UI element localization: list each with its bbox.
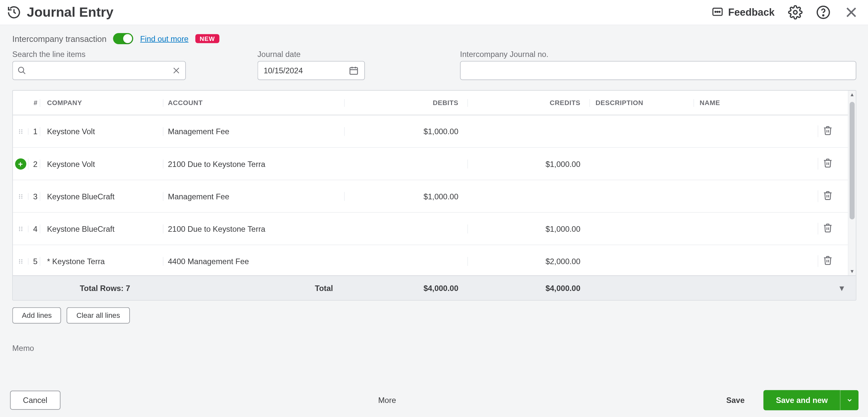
svg-point-1: [715, 11, 716, 12]
table-row[interactable]: 3Keystone BlueCraftManagement Fee$1,000.…: [13, 180, 856, 213]
table-row[interactable]: +2Keystone Volt2100 Due to Keystone Terr…: [13, 148, 856, 180]
svg-point-25: [19, 196, 20, 197]
calendar-icon[interactable]: [348, 65, 359, 76]
table-row[interactable]: 1Keystone VoltManagement Fee$1,000.00: [13, 115, 856, 148]
save-button[interactable]: Save: [714, 391, 757, 409]
search-input-wrap[interactable]: [12, 61, 186, 80]
gear-icon[interactable]: [788, 5, 803, 19]
row-account[interactable]: 2100 Due to Keystone Terra: [163, 159, 344, 168]
row-company[interactable]: Keystone Volt: [40, 127, 163, 136]
journal-no-input[interactable]: [460, 61, 857, 80]
feedback-button[interactable]: Feedback: [711, 6, 774, 19]
row-company[interactable]: Keystone BlueCraft: [40, 224, 163, 233]
drag-handle-icon[interactable]: [17, 258, 24, 265]
close-icon[interactable]: [844, 5, 859, 19]
col-name: NAME: [693, 99, 818, 107]
row-debit[interactable]: $1,000.00: [344, 192, 467, 201]
row-credit[interactable]: $1,000.00: [467, 224, 589, 233]
credit-total: $4,000.00: [467, 284, 589, 292]
scroll-thumb[interactable]: [850, 102, 855, 219]
total-label: Total: [163, 284, 344, 292]
svg-rect-13: [350, 67, 358, 74]
svg-point-23: [19, 194, 20, 195]
search-input[interactable]: [26, 66, 172, 75]
row-account[interactable]: 2100 Due to Keystone Terra: [163, 224, 344, 233]
more-link[interactable]: More: [378, 396, 396, 405]
search-label: Search the line items: [12, 50, 186, 59]
drag-handle-icon[interactable]: [17, 193, 24, 200]
svg-point-6: [823, 15, 824, 16]
trash-icon[interactable]: [823, 161, 833, 170]
intercompany-toggle[interactable]: [113, 33, 133, 44]
svg-point-31: [19, 228, 20, 229]
col-company: COMPANY: [40, 99, 163, 107]
intercompany-label: Intercompany transaction: [12, 34, 107, 43]
debit-total: $4,000.00: [344, 284, 467, 292]
add-row-badge[interactable]: +: [15, 158, 26, 169]
feedback-label: Feedback: [728, 6, 775, 18]
svg-point-24: [21, 194, 22, 195]
svg-point-34: [21, 230, 22, 231]
save-and-new-button[interactable]: Save and new: [764, 390, 840, 411]
total-rows-label: Total Rows: 7: [40, 284, 163, 292]
scroll-up-icon[interactable]: ▲: [850, 92, 855, 97]
help-icon[interactable]: [816, 5, 830, 19]
svg-point-2: [717, 11, 718, 12]
trash-icon[interactable]: [823, 258, 833, 267]
col-num: #: [29, 99, 40, 107]
feedback-icon: [711, 6, 724, 19]
row-credit[interactable]: $1,000.00: [467, 159, 589, 168]
row-account[interactable]: 4400 Management Fee: [163, 257, 344, 265]
row-num: 5: [29, 257, 40, 265]
date-label: Journal date: [257, 50, 365, 59]
row-company[interactable]: * Keystone Terra: [40, 257, 163, 265]
row-account[interactable]: Management Fee: [163, 192, 344, 201]
svg-point-19: [19, 130, 20, 131]
svg-point-29: [19, 227, 20, 228]
row-debit[interactable]: $1,000.00: [344, 127, 467, 136]
trash-icon[interactable]: [823, 128, 833, 137]
footer-bar: Cancel More Save Save and new: [0, 383, 868, 417]
journal-no-label: Intercompany Journal no.: [460, 50, 857, 59]
new-badge: NEW: [195, 34, 219, 43]
svg-point-3: [719, 11, 720, 12]
col-debits: DEBITS: [344, 99, 467, 107]
svg-point-40: [21, 262, 22, 263]
add-lines-button[interactable]: Add lines: [12, 307, 62, 324]
line-items-table: # COMPANY ACCOUNT DEBITS CREDITS DESCRIP…: [12, 90, 857, 300]
save-dropdown-button[interactable]: [840, 390, 859, 411]
cancel-button[interactable]: Cancel: [10, 391, 60, 410]
svg-point-27: [19, 197, 20, 198]
table-row[interactable]: 5* Keystone Terra4400 Management Fee$2,0…: [13, 245, 856, 275]
scroll-down-icon[interactable]: ▼: [850, 269, 855, 274]
svg-point-17: [19, 129, 20, 130]
svg-point-32: [21, 228, 22, 229]
row-company[interactable]: Keystone BlueCraft: [40, 192, 163, 201]
svg-line-10: [23, 72, 25, 74]
row-num: 3: [29, 192, 40, 201]
row-account[interactable]: Management Fee: [163, 127, 344, 136]
history-icon[interactable]: [7, 5, 21, 19]
svg-point-36: [21, 259, 22, 260]
svg-point-22: [21, 132, 22, 133]
clear-all-lines-button[interactable]: Clear all lines: [67, 307, 130, 324]
row-company[interactable]: Keystone Volt: [40, 159, 163, 168]
find-out-more-link[interactable]: Find out more: [140, 34, 188, 43]
drag-handle-icon[interactable]: [17, 225, 24, 232]
row-credit[interactable]: $2,000.00: [467, 257, 589, 265]
scrollbar[interactable]: ▲ ▼: [848, 91, 856, 275]
trash-icon[interactable]: [823, 226, 833, 234]
svg-point-18: [21, 129, 22, 130]
table-row[interactable]: 4Keystone BlueCraft2100 Due to Keystone …: [13, 213, 856, 245]
header-bar: Journal Entry Feedback: [0, 0, 868, 25]
svg-point-26: [21, 196, 22, 197]
date-input[interactable]: 10/15/2024: [257, 61, 365, 80]
svg-point-35: [19, 259, 20, 260]
svg-point-39: [19, 262, 20, 263]
svg-point-28: [21, 197, 22, 198]
chevron-down-icon: [846, 397, 853, 404]
clear-search-icon[interactable]: [172, 66, 181, 75]
drag-handle-icon[interactable]: [17, 128, 24, 135]
trash-icon[interactable]: [823, 193, 833, 202]
col-account: ACCOUNT: [163, 99, 344, 107]
